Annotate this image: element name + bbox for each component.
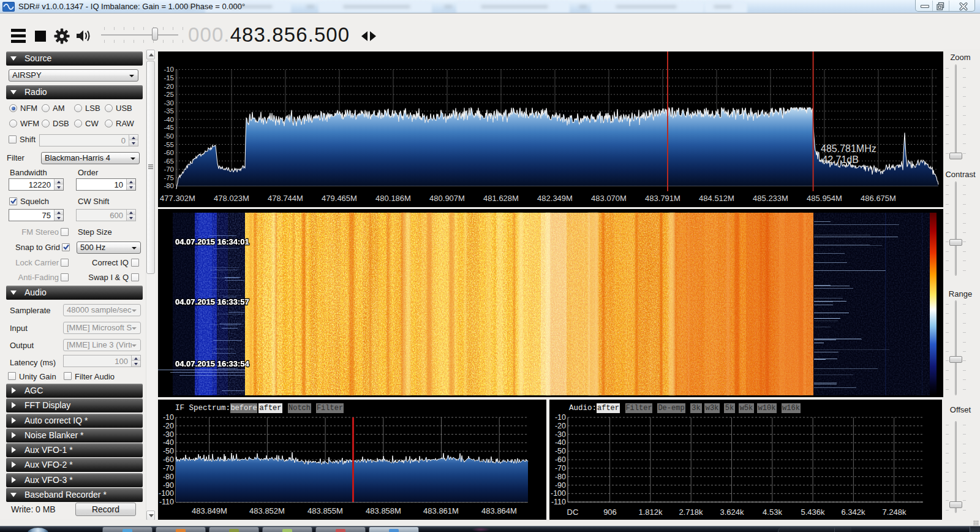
svg-text:4.53k: 4.53k — [763, 507, 782, 517]
svg-text:-60: -60 — [164, 149, 174, 156]
svg-text:477.302M: 477.302M — [160, 194, 195, 203]
svg-text:-25: -25 — [164, 91, 174, 98]
svg-text:6.342k: 6.342k — [841, 507, 865, 517]
svg-text:-10: -10 — [555, 413, 566, 422]
svg-text:-20: -20 — [163, 422, 174, 430]
svg-text:5.436k: 5.436k — [801, 507, 825, 517]
svg-text:04.07.2015 16:33:57: 04.07.2015 16:33:57 — [175, 297, 249, 306]
svg-text:04.07.2015 16:34:01: 04.07.2015 16:34:01 — [175, 237, 249, 246]
svg-text:-100: -100 — [551, 489, 566, 498]
svg-text:-40: -40 — [164, 116, 174, 123]
svg-text:906: 906 — [603, 507, 617, 517]
svg-text:-10: -10 — [164, 66, 174, 73]
svg-text:-40: -40 — [163, 438, 174, 447]
svg-text:3.624k: 3.624k — [720, 507, 744, 517]
svg-text:-80: -80 — [163, 473, 174, 481]
svg-text:04.07.2015 16:33:54: 04.07.2015 16:33:54 — [175, 359, 249, 368]
svg-text:484.512M: 484.512M — [699, 194, 734, 203]
svg-text:485.781MHz: 485.781MHz — [821, 143, 876, 154]
svg-text:478.023M: 478.023M — [214, 194, 249, 203]
svg-text:-100: -100 — [159, 489, 174, 498]
svg-text:DC: DC — [567, 507, 579, 517]
svg-text:-70: -70 — [555, 464, 566, 473]
svg-text:480.186M: 480.186M — [375, 194, 411, 203]
svg-text:486.675M: 486.675M — [861, 194, 896, 203]
svg-text:483.070M: 483.070M — [591, 194, 627, 203]
svg-text:-50: -50 — [555, 447, 566, 455]
svg-text:-20: -20 — [555, 422, 566, 430]
svg-text:-10: -10 — [163, 413, 174, 422]
svg-text:-60: -60 — [163, 455, 174, 464]
svg-text:-30: -30 — [164, 99, 174, 107]
svg-text:483.852M: 483.852M — [249, 506, 285, 515]
svg-text:481.628M: 481.628M — [483, 194, 519, 203]
svg-text:478.744M: 478.744M — [268, 194, 303, 203]
svg-text:483.791M: 483.791M — [645, 194, 680, 203]
svg-text:482.349M: 482.349M — [537, 194, 573, 203]
svg-text:480.907M: 480.907M — [429, 194, 465, 203]
svg-text:-75: -75 — [164, 174, 174, 181]
svg-text:1.812k: 1.812k — [638, 507, 663, 517]
svg-text:-70: -70 — [164, 165, 174, 173]
svg-text:-42.71dB: -42.71dB — [819, 154, 859, 165]
svg-text:-20: -20 — [164, 83, 174, 90]
svg-text:-70: -70 — [163, 464, 174, 473]
svg-text:483.864M: 483.864M — [481, 506, 517, 515]
svg-text:7.248k: 7.248k — [882, 507, 907, 517]
svg-text:-50: -50 — [164, 132, 174, 140]
svg-text:-55: -55 — [164, 141, 174, 148]
svg-text:-65: -65 — [164, 158, 174, 165]
svg-text:2.718k: 2.718k — [679, 507, 703, 517]
svg-text:483.855M: 483.855M — [307, 506, 343, 515]
svg-text:-30: -30 — [163, 430, 174, 439]
svg-text:-90: -90 — [163, 481, 174, 490]
svg-text:-40: -40 — [555, 438, 566, 447]
svg-text:-60: -60 — [555, 455, 566, 464]
svg-text:485.233M: 485.233M — [753, 194, 788, 203]
svg-text:483.849M: 483.849M — [192, 506, 227, 515]
svg-text:-90: -90 — [555, 481, 566, 490]
svg-text:-35: -35 — [164, 107, 174, 115]
svg-text:483.858M: 483.858M — [366, 506, 401, 515]
svg-text:-80: -80 — [555, 473, 566, 481]
svg-text:-50: -50 — [163, 447, 174, 455]
svg-text:479.465M: 479.465M — [322, 194, 357, 203]
svg-text:-15: -15 — [164, 74, 174, 82]
svg-text:-80: -80 — [164, 182, 174, 189]
svg-text:-30: -30 — [555, 430, 566, 439]
svg-text:-110: -110 — [551, 498, 566, 506]
svg-text:483.861M: 483.861M — [423, 506, 459, 515]
svg-text:485.954M: 485.954M — [807, 194, 842, 203]
svg-text:-110: -110 — [159, 498, 174, 506]
svg-text:-45: -45 — [164, 124, 174, 131]
